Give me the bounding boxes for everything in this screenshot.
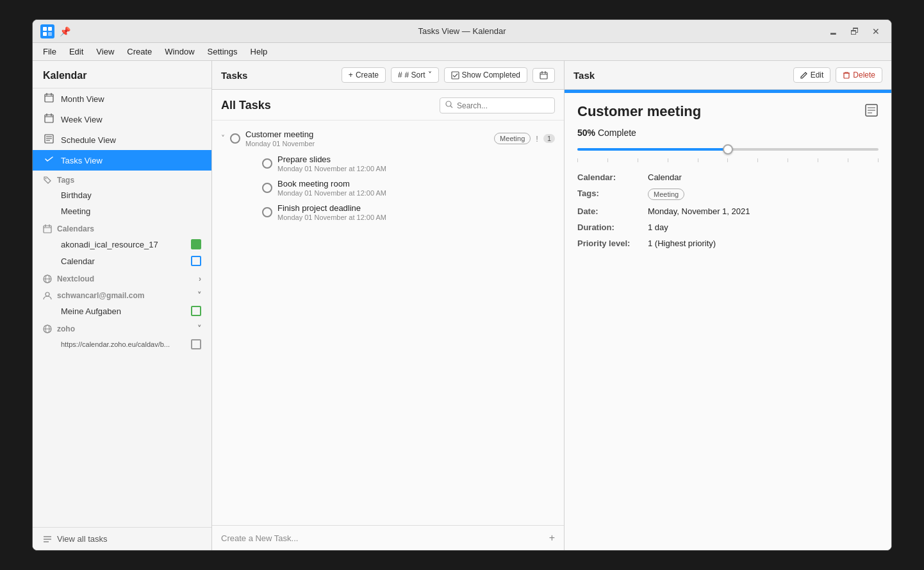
show-completed-label: Show Completed xyxy=(462,71,520,80)
subtask-book-meeting-room[interactable]: Book meeting room Monday 01 November at … xyxy=(212,176,564,200)
calendar-view-button[interactable] xyxy=(532,68,555,83)
sort-icon: # xyxy=(398,71,402,80)
subtask-checkbox-3[interactable] xyxy=(262,207,272,217)
edit-button[interactable]: Edit xyxy=(793,67,831,83)
svg-rect-2 xyxy=(43,32,47,36)
tick-8 xyxy=(818,158,818,162)
view-all-tasks-label: View all tasks xyxy=(57,534,108,544)
meine-aufgaben-color xyxy=(191,306,201,316)
svg-point-24 xyxy=(45,292,49,296)
calendar-color xyxy=(191,256,201,266)
maximize-button[interactable]: 🗗 xyxy=(846,25,863,38)
create-plus-button[interactable]: + xyxy=(549,532,555,544)
minimize-button[interactable]: 🗕 xyxy=(825,25,841,38)
detail-toolbar: Task Edit Delete xyxy=(565,61,891,90)
zoho-section-header[interactable]: zoho ˅ xyxy=(33,319,211,336)
tick-6 xyxy=(757,158,758,162)
calendar-field-value: Calendar xyxy=(648,172,682,182)
sidebar-calendar-calendar[interactable]: Calendar xyxy=(33,253,211,269)
svg-point-16 xyxy=(45,178,47,180)
svg-rect-3 xyxy=(48,32,52,36)
show-completed-button[interactable]: Show Completed xyxy=(444,67,527,83)
menu-create[interactable]: Create xyxy=(122,45,157,58)
nextcloud-section-header[interactable]: Nextcloud › xyxy=(33,269,211,286)
svg-rect-38 xyxy=(844,73,849,78)
week-view-label: Week View xyxy=(61,115,103,124)
svg-rect-17 xyxy=(44,226,51,233)
checkbox-icon xyxy=(451,71,459,80)
subtask-info-2: Book meeting room Monday 01 November at … xyxy=(277,179,555,197)
progress-label: 50% Complete xyxy=(577,128,879,138)
subtask-checkbox[interactable] xyxy=(262,158,272,169)
sidebar-item-schedule-view[interactable]: Schedule View xyxy=(33,130,211,150)
schwancarl-section-header[interactable]: schwancarl@gmail.com ˅ xyxy=(33,286,211,303)
subtask-name-3: Finish project deadline xyxy=(277,203,555,213)
notes-icon[interactable] xyxy=(864,103,879,117)
menu-view[interactable]: View xyxy=(91,45,119,58)
sidebar-tag-meeting[interactable]: Meeting xyxy=(33,203,211,219)
progress-thumb[interactable] xyxy=(723,144,733,155)
task-count: 1 xyxy=(543,134,555,143)
field-priority: Priority level: 1 (Highest priority) xyxy=(577,239,879,248)
create-new-task[interactable]: Create a New Task... + xyxy=(212,525,564,550)
tasks-icon xyxy=(43,155,54,166)
task-tag-meeting[interactable]: Meeting xyxy=(494,133,531,144)
sidebar-item-week-view[interactable]: Week View xyxy=(33,109,211,130)
close-button[interactable]: ✕ xyxy=(868,25,884,38)
progress-slider[interactable] xyxy=(577,143,879,156)
search-input[interactable] xyxy=(457,101,549,110)
subtask-info: Prepare slides Monday 01 November at 12:… xyxy=(277,155,555,172)
sidebar-meine-aufgaben[interactable]: Meine Aufgaben xyxy=(33,303,211,319)
detail-content: Customer meeting 50% Complete xyxy=(565,93,891,550)
subtask-finish-project[interactable]: Finish project deadline Monday 01 Novemb… xyxy=(212,200,564,224)
priority-field-value: 1 (Highest priority) xyxy=(648,239,716,248)
create-task-button[interactable]: + Create xyxy=(342,67,386,83)
sort-button[interactable]: # # Sort ˅ xyxy=(391,67,439,83)
svg-rect-31 xyxy=(452,72,459,79)
field-tags: Tags: Meeting xyxy=(577,189,879,200)
schedule-icon xyxy=(43,134,54,146)
task-detail-title: Task xyxy=(573,70,595,81)
subtask-prepare-slides[interactable]: Prepare slides Monday 01 November at 12:… xyxy=(212,151,564,176)
menu-window[interactable]: Window xyxy=(160,45,199,58)
titlebar: 📌 Tasks View — Kalendar 🗕 🗗 ✕ xyxy=(33,20,891,43)
view-all-tasks-button[interactable]: View all tasks xyxy=(33,527,211,550)
task-detail-panel: Task Edit Delete xyxy=(565,61,891,550)
expand-icon[interactable]: ˅ xyxy=(221,134,225,143)
tick-3 xyxy=(668,158,668,162)
menu-edit[interactable]: Edit xyxy=(64,45,88,58)
sidebar-item-tasks-view[interactable]: Tasks View xyxy=(33,150,211,171)
all-tasks-heading: All Tasks xyxy=(221,99,271,112)
nextcloud-label: Nextcloud xyxy=(57,274,94,283)
menu-file[interactable]: File xyxy=(38,45,62,58)
subtask-checkbox-2[interactable] xyxy=(262,183,272,193)
delete-button[interactable]: Delete xyxy=(836,67,882,83)
tags-field-value[interactable]: Meeting xyxy=(648,189,684,200)
sidebar-tag-birthday[interactable]: Birthday xyxy=(33,187,211,203)
search-icon xyxy=(445,101,453,110)
tick-10 xyxy=(878,158,879,162)
progress-section: 50% Complete xyxy=(577,128,879,162)
pin-icon: 📌 xyxy=(60,26,70,37)
calendars-section-header[interactable]: Calendars xyxy=(33,219,211,236)
menu-settings[interactable]: Settings xyxy=(202,45,243,58)
sidebar-header: Kalendar xyxy=(33,61,211,88)
task-date: Monday 01 November xyxy=(245,140,489,147)
priority-field-label: Priority level: xyxy=(577,239,648,248)
sidebar-calendar-akonadi[interactable]: akonadi_ical_resource_17 xyxy=(33,236,211,253)
field-calendar: Calendar: Calendar xyxy=(577,172,879,182)
subtask-date-3: Monday 01 November at 12:00 AM xyxy=(277,214,555,221)
progress-percent: 50% xyxy=(577,128,595,138)
sidebar-zoho-calendar[interactable]: https://calendar.zoho.eu/caldav/b... xyxy=(33,336,211,353)
svg-rect-1 xyxy=(48,27,52,31)
calendar-icon xyxy=(43,93,54,105)
task-item-customer-meeting[interactable]: ˅ Customer meeting Monday 01 November Me… xyxy=(212,126,564,151)
task-checkbox[interactable] xyxy=(230,133,240,144)
menu-help[interactable]: Help xyxy=(245,45,273,58)
create-label: Create xyxy=(356,71,379,80)
schwancarl-label: schwancarl@gmail.com xyxy=(57,291,144,300)
tags-label: Tags xyxy=(57,176,74,185)
sidebar-item-month-view[interactable]: Month View xyxy=(33,88,211,109)
menubar: File Edit View Create Window Settings He… xyxy=(33,43,891,61)
calendar-week-icon xyxy=(43,113,54,125)
